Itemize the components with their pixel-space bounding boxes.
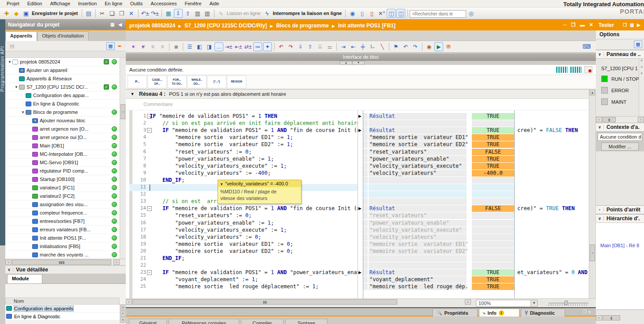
menu-en-ligne[interactable]: En ligne [101,0,126,7]
tree-item-blocs-de-programme[interactable]: ▼Blocs de programme [5,108,120,117]
copy-icon[interactable]: ❏ [108,9,117,18]
append-row-icon[interactable]: ≡ [158,42,167,51]
subtab-syntaxe[interactable]: Syntaxe [285,319,328,324]
code-line-19[interactable]: "memoire sortie variateur ED1" := 0; [150,241,293,248]
download-block-icon[interactable]: ⇩ [296,42,305,51]
code-line-18[interactable]: "velocity_variateurs" := 0; [150,234,261,241]
tree-item-arret-urgence-non-o[interactable]: arret urgence non [O... [5,125,120,133]
line-numbers-icon[interactable]: ǀ₌ [368,42,377,51]
tree-item-r-gulateur-pid-comp[interactable]: régulateur PID comp... [5,167,120,175]
interface-splitter-buttons[interactable]: ▲▼ [340,61,366,65]
keep-values-icon[interactable]: ◙ [172,42,181,51]
code-line-25[interactable]: "memoire sortie led rouge déplacement" :… [150,283,319,290]
section-panneau-cpu[interactable]: ∨ Panneau de .. [596,50,644,59]
tree-item-erreurs-variateurs-fb[interactable]: erreurs variateurs [FB... [5,226,120,234]
maximize-icon[interactable]: ▬ [580,22,585,28]
subtab-compiler[interactable]: Compiler [241,319,283,324]
minimize-icon[interactable]: ─ [563,22,567,28]
code-line-15[interactable]: "reset_variateurs" := 0; [150,212,252,219]
next-error-icon[interactable]: ↷ [286,42,295,51]
tester-pin-icon[interactable]: ▥ [630,23,635,27]
favorites-icon[interactable]: ✦ [263,42,272,51]
goto-icon[interactable]: ╲ [378,42,387,51]
indent-icon[interactable]: ⇥ [339,42,348,51]
tree-item-configuration-des-appar[interactable]: Configuration des appar... [5,91,120,100]
code-line-8[interactable]: "velocity_variateurs_execute" := 1; [150,163,287,170]
result-arrow-icon[interactable]: ▶ [358,128,362,132]
open-editor-icon[interactable]: ➨ [116,42,124,50]
code-line-23[interactable]: IF "memoire de validation POS1" = 1 AND … [150,269,360,276]
zoom-slider[interactable] [549,301,588,306]
swap-operands-icon[interactable]: ⇄± [244,42,252,51]
insert-row-icon[interactable]: ≡ [148,42,157,51]
tester-float-icon[interactable]: ❐ [623,23,628,27]
tab-proprietes[interactable]: 🔍 Propriétés [433,309,478,316]
network-comment-row[interactable]: Commentaire [126,99,589,110]
absolute-operands-icon[interactable]: ≔ [253,42,262,51]
split-vertical-icon[interactable]: ◫ [396,9,405,18]
code-line-21[interactable]: END_IF; [150,255,185,262]
load-values-icon[interactable]: ⚌ [325,42,334,51]
zoom-select[interactable]: 100% ▼ [476,300,538,307]
save-project-button[interactable]: ▣ [22,9,30,18]
tab-appareils[interactable]: Appareils [5,31,37,41]
back-icon[interactable]: ↶ [401,42,410,51]
result-arrow-icon[interactable]: ▶ [358,270,362,275]
redo-icon[interactable]: ↷± [151,9,159,18]
insert-before-icon[interactable]: ⇤± [234,42,243,51]
go-offline-icon[interactable]: ϟ [263,9,271,18]
tooltip-dropdown-icon[interactable]: ▼ [220,182,223,186]
code-line-20[interactable]: "memoire sortie variateur ED2" := 0; [150,248,293,255]
snapshot-db-icon[interactable]: ⛃ [444,42,453,51]
snippet-[interactable]: (*...*) [207,75,226,88]
breadcrumb-item-init-attente-pos1-fb1[interactable]: Init attente POS1 [FB1] [338,23,395,29]
tree-item-ajouter-un-appareil[interactable]: ✦Ajouter un appareil [5,66,120,75]
snippet-for-to-do[interactable]: FOR... TO DO.. [167,75,187,88]
cpu-panel-hscroll[interactable]: ‹▮› [596,116,644,123]
snippet-case-of[interactable]: CASE... OF... [147,75,167,88]
paste-icon[interactable]: ❒ [117,9,126,18]
scl-code-editor[interactable]: 1−IF "memoire de validation POS1" = 1 TH… [126,110,589,298]
tree-vertical-scrollbar[interactable]: ≡ [120,58,126,259]
insert-after-icon[interactable]: ⇥± [224,42,233,51]
hscroll-thumb[interactable]: ▮▮ [132,299,397,305]
search-input[interactable] [410,10,466,18]
code-line-1[interactable]: IF "memoire de validation POS1" = 1 THEN [150,113,277,120]
float-inspector-icon[interactable]: ❐ [583,309,588,314]
hscroll-left-icon[interactable]: ‹ [126,299,132,305]
code-line-16[interactable]: "power_variateurs_enable" := 1; [150,220,274,227]
expander-icon[interactable]: ▼ [20,110,26,114]
snippet-while-do[interactable]: WHILE.. DO... [187,75,207,88]
tree-item-startup-ob100[interactable]: Startup [OB100] [5,175,120,184]
block-interface-splitter[interactable]: Interface de bloc [126,53,596,61]
tree-item-variateur2-fc2[interactable]: variateur2 [FC2] [5,192,120,200]
result-arrow-icon[interactable]: ▶ [358,206,362,211]
network-header[interactable]: ▼ Réseau 4 : POS 1 si on n'y est pas alo… [126,89,589,99]
tree-item-entrees-sorties-fb7[interactable]: entrees/sorties [FB7] [5,217,120,226]
snippet-region[interactable]: REGION [227,75,246,88]
detail-view-header[interactable]: ∨ Vue détaillée [5,265,126,274]
go-online-icon[interactable]: ϟ [217,9,226,18]
subtab-g-n-ral[interactable]: Général [129,319,167,324]
bookmark-icon[interactable]: ⚑ [392,42,400,51]
code-line-14[interactable]: IF "memoire de validation POS1" = 1 AND … [150,205,360,212]
cut-icon[interactable]: ✂ [98,9,107,18]
search-in-block-icon[interactable]: ◉ [425,42,433,51]
tree-horizontal-scrollbar[interactable]: ‹▮▮▮› [5,259,126,265]
result-arrow-icon[interactable]: ▶ [358,114,362,118]
undo-icon[interactable]: ↶± [141,9,150,18]
details-view-icon[interactable]: ▦ [106,42,115,50]
menu-insertion[interactable]: Insertion [74,0,101,7]
split-horizontal-icon[interactable]: ◫ [387,9,395,18]
code-line-10[interactable]: END_IF; [150,177,185,184]
menu-projet[interactable]: Projet [3,0,23,7]
expander-icon[interactable]: ▼ [14,85,19,89]
cpu-panel-scrollbar[interactable]: ∧≡∨ [639,59,644,116]
breadcrumb-item-s7-1200-cpu-1215c-dc-dc-rly[interactable]: S7_1200 [CPU 1215C DC/DC/Rly] [185,23,267,29]
tree-item-s7-1200-cpu-1215c-dc[interactable]: ▼S7_1200 [CPU 1215C DC/...✓ [5,83,120,91]
delete-icon[interactable]: ✕ [127,9,136,18]
monitoring-toggle-icon[interactable]: ▶ [434,42,443,51]
tree-item-compteur-frequence[interactable]: compteur frequence... [5,209,120,217]
tab-objets-installation[interactable]: Objets d'installation [37,31,89,41]
tester-window-icon[interactable]: ▦ [634,41,642,48]
